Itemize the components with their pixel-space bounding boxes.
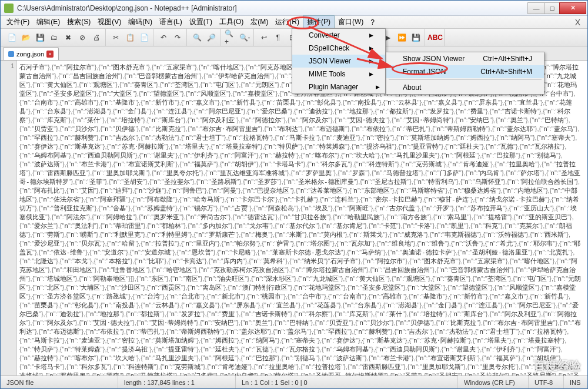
menu-encoding[interactable]: 编码(N) (125, 16, 156, 28)
menu-about[interactable]: About (386, 81, 544, 94)
menu-mime-tools[interactable]: MIME Tools▶ (292, 68, 385, 81)
menu-help[interactable]: ? (367, 17, 378, 28)
window-controls: — □ ✕ (528, 2, 586, 14)
status-insert-mode: INS (564, 376, 587, 388)
menu-macro[interactable]: 宏(M) (247, 16, 272, 28)
menu-plugin-manager[interactable]: Plugin Manager▶ (292, 81, 385, 93)
menu-tools[interactable]: 工具(O) (216, 16, 247, 28)
status-eol: Windows (CR LF) (458, 376, 529, 388)
menu-json-viewer[interactable]: JSON Viewer▶ (292, 55, 385, 68)
undo-icon[interactable]: ↶ (157, 31, 170, 44)
plugins-dropdown: Converter▶ DSpellCheck▶ JSON Viewer▶ MIM… (292, 28, 386, 94)
menu-show-json-viewer[interactable]: Show JSON ViewerCtrl+Alt+Shift+J (386, 52, 544, 65)
statusbar: JSON file length : 137,845 lines : 1 Ln … (1, 375, 587, 388)
json-viewer-dropdown: Show JSON ViewerCtrl+Alt+Shift+J Format … (386, 52, 544, 95)
text-content[interactable]: 石河子市"},{"n":"阿拉尔市"},{"n":"图木舒克市"},{"n":"… (19, 63, 583, 375)
menu-converter[interactable]: Converter▶ (292, 29, 385, 42)
status-filetype: JSON file (1, 376, 118, 388)
menu-search[interactable]: 搜索(S) (64, 16, 94, 28)
zoom-in-icon[interactable]: 🔍+ (224, 31, 237, 44)
tab-label: zong.json (16, 51, 44, 58)
menu-format-json[interactable]: Format JSONCtrl+Alt+Shift+M (386, 65, 544, 78)
wrap-icon[interactable]: ↩ (258, 31, 270, 44)
spellcheck-icon[interactable]: ABC (429, 31, 442, 44)
replace-icon[interactable]: 🔎 (205, 31, 218, 44)
editor-area[interactable]: 1 石河子市"},{"n":"阿拉尔市"},{"n":"图木舒克市"},{"n"… (1, 61, 587, 375)
save-all-icon[interactable]: 🗂 (48, 31, 61, 44)
status-length: length : 137,845 lines : 1 (118, 376, 236, 388)
print-icon[interactable]: 🖨 (90, 31, 103, 44)
tab-close-icon[interactable]: × (46, 51, 54, 58)
menu-language[interactable]: 语言(L) (156, 16, 186, 28)
minimize-button[interactable]: — (527, 2, 545, 14)
menu-run[interactable]: 运行(R) (272, 16, 303, 28)
find-icon[interactable]: 🔍 (191, 31, 203, 44)
titlebar: C:\Users\Administrator\Desktop\zong.json… (1, 1, 587, 16)
menu-edit[interactable]: 编辑(E) (33, 16, 64, 28)
window-title: C:\Users\Administrator\Desktop\zong.json… (17, 4, 528, 12)
menu-view[interactable]: 视图(V) (94, 16, 125, 28)
line-number-gutter: 1 (1, 61, 17, 375)
open-icon[interactable]: 📂 (19, 31, 32, 44)
close-all-icon[interactable]: ⊘ (76, 31, 89, 44)
copy-icon[interactable]: 📋 (123, 31, 136, 44)
new-icon[interactable]: 📄 (5, 31, 18, 44)
close-button[interactable]: ✕ (559, 2, 586, 14)
menubar: 文件(F) 编辑(E) 搜索(S) 视图(V) 编码(N) 语言(L) 设置(T… (1, 16, 587, 29)
menu-dspellcheck[interactable]: DSpellCheck▶ (292, 42, 385, 55)
paste-icon[interactable]: 📄 (138, 31, 151, 44)
redo-icon[interactable]: ↷ (171, 31, 184, 44)
line-number: 1 (1, 61, 16, 69)
hidden-chars-icon[interactable]: ¶ (272, 31, 285, 44)
menu-file[interactable]: 文件(F) (3, 16, 33, 28)
menu-plugins[interactable]: 插件(P) (303, 15, 335, 29)
save-macro-icon[interactable]: 💾 (409, 31, 422, 44)
app-icon (4, 4, 14, 13)
close-tab-x[interactable]: X (570, 18, 585, 27)
status-encoding: UTF-8 (529, 376, 564, 388)
close-file-icon[interactable]: ✖ (62, 31, 75, 44)
zoom-out-icon[interactable]: 🔍- (238, 31, 251, 44)
file-icon (8, 51, 14, 57)
cut-icon[interactable]: ✂ (109, 31, 122, 44)
play-multi-icon[interactable]: ⏩ (395, 31, 408, 44)
tab-file[interactable]: zong.json × (3, 47, 59, 60)
maximize-button[interactable]: □ (544, 2, 560, 14)
menu-window[interactable]: 窗口(W) (335, 16, 367, 28)
menu-separator (389, 79, 542, 80)
save-icon[interactable]: 💾 (34, 31, 46, 44)
menu-settings[interactable]: 设置(T) (186, 16, 216, 28)
status-position: Ln : 1 Col : 1 Sel : 0 | 0 (236, 376, 458, 388)
